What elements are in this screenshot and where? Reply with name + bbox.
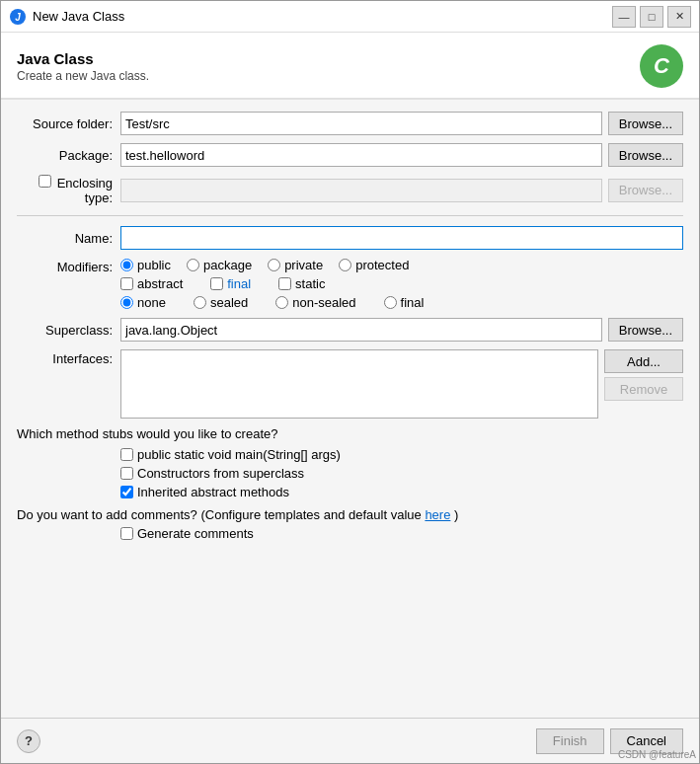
stub-constructors-checkbox[interactable]: Constructors from superclass: [120, 466, 304, 481]
name-label: Name:: [17, 231, 120, 246]
title-bar: J New Java Class — □ ✕: [1, 1, 699, 33]
name-input[interactable]: [120, 226, 683, 250]
checkbox-static[interactable]: static: [278, 276, 325, 291]
stub-main-row: public static void main(String[] args): [120, 447, 683, 462]
remove-interface-button: Remove: [604, 377, 683, 401]
help-button[interactable]: ?: [17, 729, 40, 753]
radio-non-sealed[interactable]: non-sealed: [275, 295, 355, 310]
radio-final-inherit[interactable]: final: [384, 295, 425, 310]
minimize-button[interactable]: —: [612, 6, 636, 28]
dialog-subtitle: Create a new Java class.: [17, 69, 149, 83]
source-folder-input[interactable]: [120, 112, 602, 135]
dialog-header: Java Class Create a new Java class. C: [1, 33, 699, 100]
svg-text:J: J: [15, 12, 21, 23]
superclass-row: Superclass: Browse...: [17, 318, 683, 342]
stubs-section-title: Which method stubs would you like to cre…: [17, 426, 683, 441]
generate-comments-row: Generate comments: [120, 526, 683, 541]
header-text-block: Java Class Create a new Java class.: [17, 50, 149, 83]
modifiers-section: public package private protected: [120, 258, 424, 310]
interfaces-label: Interfaces:: [17, 351, 120, 366]
name-row: Name:: [17, 226, 683, 250]
app-icon: J: [9, 8, 27, 26]
modifiers-row: Modifiers: public package private: [17, 258, 683, 310]
new-java-class-dialog: J New Java Class — □ ✕ Java Class Create…: [0, 0, 700, 764]
radio-private[interactable]: private: [268, 258, 323, 272]
interfaces-buttons: Add... Remove: [604, 349, 683, 401]
interfaces-row: Interfaces: Add... Remove: [17, 349, 683, 419]
window-controls: — □ ✕: [612, 6, 691, 28]
inheritance-modifiers-row: none sealed non-sealed final: [120, 295, 424, 310]
enclosing-type-browse-button: Browse...: [608, 179, 683, 202]
interfaces-listbox[interactable]: [120, 349, 598, 419]
stub-inherited-checkbox[interactable]: Inherited abstract methods: [120, 485, 289, 499]
superclass-input[interactable]: [120, 318, 602, 342]
source-folder-label: Source folder:: [17, 116, 120, 131]
enclosing-type-row: Enclosing type: Browse...: [17, 175, 683, 205]
extra-modifiers-row: abstract final static: [120, 276, 424, 291]
add-interface-button[interactable]: Add...: [604, 349, 683, 373]
dialog-content: Source folder: Browse... Package: Browse…: [1, 100, 699, 718]
maximize-button[interactable]: □: [640, 6, 663, 28]
radio-none[interactable]: none: [120, 295, 166, 310]
finish-button[interactable]: Finish: [536, 728, 604, 754]
superclass-browse-button[interactable]: Browse...: [608, 318, 683, 342]
enclosing-type-checkbox[interactable]: [39, 175, 51, 188]
comments-link[interactable]: here: [425, 507, 450, 522]
enclosing-type-label: Enclosing type:: [17, 175, 120, 205]
radio-package[interactable]: package: [187, 258, 252, 272]
stub-main-checkbox[interactable]: public static void main(String[] args): [120, 447, 341, 462]
source-folder-browse-button[interactable]: Browse...: [608, 112, 683, 135]
superclass-label: Superclass:: [17, 323, 120, 338]
package-browse-button[interactable]: Browse...: [608, 143, 683, 167]
radio-sealed[interactable]: sealed: [194, 295, 248, 310]
comments-question-row: Do you want to add comments? (Configure …: [17, 507, 683, 522]
package-label: Package:: [17, 148, 120, 163]
package-input[interactable]: [120, 143, 602, 167]
stub-inherited-row: Inherited abstract methods: [120, 485, 683, 499]
generate-comments-checkbox[interactable]: Generate comments: [120, 526, 254, 541]
radio-protected[interactable]: protected: [339, 258, 409, 272]
stubs-section: public static void main(String[] args) C…: [120, 447, 683, 499]
checkbox-final[interactable]: final: [210, 276, 251, 291]
package-row: Package: Browse...: [17, 143, 683, 167]
close-button[interactable]: ✕: [667, 6, 691, 28]
access-modifiers-row: public package private protected: [120, 258, 424, 272]
watermark: CSDN @featureA: [618, 749, 696, 760]
source-folder-row: Source folder: Browse...: [17, 112, 683, 135]
comments-question-end: ): [454, 507, 458, 522]
dialog-title: Java Class: [17, 50, 149, 67]
comments-question-text: Do you want to add comments? (Configure …: [17, 507, 422, 522]
dialog-footer: ? Finish Cancel: [1, 718, 699, 763]
modifiers-label: Modifiers:: [17, 260, 120, 274]
enclosing-type-input: [120, 179, 602, 202]
checkbox-abstract[interactable]: abstract: [120, 276, 183, 291]
window-title: New Java Class: [33, 9, 612, 24]
radio-public[interactable]: public: [120, 258, 171, 272]
footer-left: ?: [17, 729, 40, 753]
stub-constructors-row: Constructors from superclass: [120, 466, 683, 481]
java-class-icon: C: [640, 44, 683, 88]
